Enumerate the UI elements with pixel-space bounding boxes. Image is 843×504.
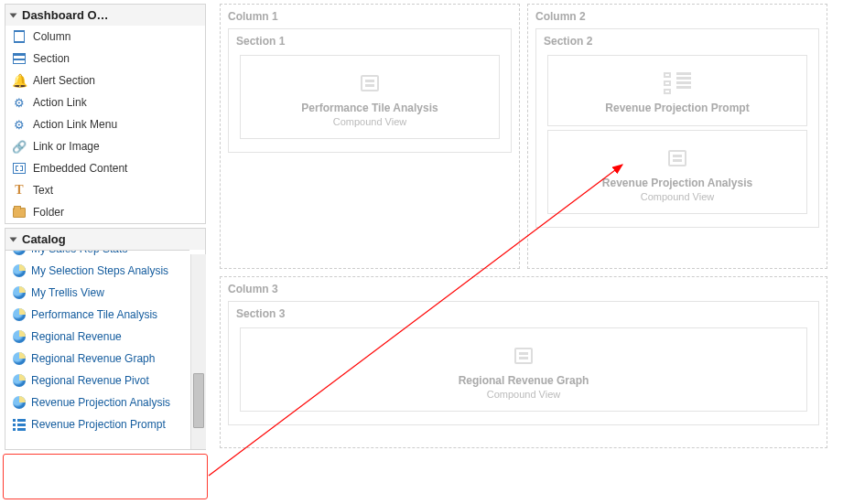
compound-view-icon <box>248 345 799 367</box>
panel-title: Dashboard O… <box>22 8 109 22</box>
analysis-icon <box>13 286 26 299</box>
catalog-item[interactable]: My Trellis View <box>5 282 189 304</box>
do-label: Column <box>33 30 70 43</box>
tile-subtitle: Compound View <box>248 116 492 127</box>
section-title: Section 3 <box>229 302 818 324</box>
collapse-icon <box>10 13 17 17</box>
layout-canvas: Column 1 Section 1 Performance Tile Anal… <box>220 4 833 448</box>
section-title: Section 1 <box>229 29 511 51</box>
analysis-tile[interactable]: Performance Tile Analysis Compound View <box>240 55 500 139</box>
analysis-icon <box>13 308 26 321</box>
do-item-folder[interactable]: Folder <box>5 201 205 223</box>
catalog-item[interactable]: Regional Revenue Pivot <box>5 370 189 391</box>
analysis-icon <box>13 250 26 255</box>
do-label: Embedded Content <box>33 162 127 175</box>
analysis-icon <box>13 374 26 387</box>
layout-column[interactable]: Column 2 Section 2 Revenue Projection Pr… <box>527 4 827 269</box>
embed-icon <box>13 162 26 175</box>
folder-icon <box>13 206 26 219</box>
link-icon: 🔗 <box>13 140 26 153</box>
catalog-item[interactable]: My Sales Rep Stats <box>5 250 189 260</box>
catalog-item[interactable]: Revenue Projection Prompt <box>5 413 189 435</box>
catalog-item-label: Regional Revenue Pivot <box>31 374 149 387</box>
catalog-panel: Catalog My Sales Rep Stats My Selection … <box>5 228 206 450</box>
text-icon: T <box>13 184 26 197</box>
tile-title: Regional Revenue Graph <box>248 374 799 387</box>
layout-column[interactable]: Column 1 Section 1 Performance Tile Anal… <box>220 4 520 269</box>
catalog-item-label: Performance Tile Analysis <box>31 308 157 321</box>
column-title: Column 2 <box>528 5 827 25</box>
do-label: Action Link <box>33 96 87 109</box>
catalog-item-label: Regional Revenue Graph <box>31 352 155 365</box>
panel-title: Catalog <box>22 232 66 246</box>
tile-subtitle: Compound View <box>248 389 799 400</box>
tile-title: Revenue Projection Prompt <box>556 102 799 114</box>
section-title: Section 2 <box>536 29 818 51</box>
layout-section[interactable]: Section 1 Performance Tile Analysis Comp… <box>228 28 512 153</box>
catalog-item-label: My Trellis View <box>31 286 104 299</box>
analysis-icon <box>13 352 26 365</box>
do-item-action-link-menu[interactable]: ⚙Action Link Menu <box>5 113 205 135</box>
scrollbar-thumb[interactable] <box>193 373 204 428</box>
dashboard-objects-panel: Dashboard O… Column Section 🔔Alert Secti… <box>5 4 206 224</box>
do-label: Folder <box>33 206 64 219</box>
catalog-item[interactable]: Regional Revenue <box>5 326 189 348</box>
do-item-link-or-image[interactable]: 🔗Link or Image <box>5 135 205 157</box>
do-item-column[interactable]: Column <box>5 26 205 48</box>
section-icon <box>13 52 26 65</box>
layout-section[interactable]: Section 2 Revenue Projection Prompt Reve… <box>535 28 819 228</box>
catalog-item-label: My Sales Rep Stats <box>31 250 127 255</box>
column-title: Column 3 <box>221 277 827 297</box>
prompt-tile[interactable]: Revenue Projection Prompt <box>547 55 807 126</box>
analysis-tile[interactable]: Revenue Projection Analysis Compound Vie… <box>547 130 807 214</box>
analysis-icon <box>13 396 26 409</box>
catalog-item[interactable]: Regional Revenue Graph <box>5 348 189 370</box>
catalog-item-label: My Selection Steps Analysis <box>31 264 168 277</box>
tile-title: Performance Tile Analysis <box>248 102 492 114</box>
action-link-menu-icon: ⚙ <box>13 118 26 131</box>
layout-column[interactable]: Column 3 Section 3 Regional Revenue Grap… <box>220 276 827 448</box>
compound-view-icon <box>248 72 492 94</box>
sidebar: Dashboard O… Column Section 🔔Alert Secti… <box>5 4 206 450</box>
tile-title: Revenue Projection Analysis <box>556 177 799 189</box>
do-item-text[interactable]: TText <box>5 179 205 201</box>
catalog-item-label: Regional Revenue <box>31 330 122 343</box>
column-icon <box>13 30 26 43</box>
collapse-icon <box>10 237 17 241</box>
column-title: Column 1 <box>221 5 519 25</box>
highlight-annotation <box>3 454 208 499</box>
catalog-scrollbar[interactable] <box>190 254 206 449</box>
tile-subtitle: Compound View <box>556 191 799 202</box>
do-item-section[interactable]: Section <box>5 48 205 70</box>
catalog-header[interactable]: Catalog <box>5 229 205 250</box>
do-label: Alert Section <box>33 74 95 87</box>
do-item-alert-section[interactable]: 🔔Alert Section <box>5 70 205 91</box>
compound-view-icon <box>556 147 799 169</box>
prompt-icon <box>556 72 799 94</box>
do-item-embedded-content[interactable]: Embedded Content <box>5 157 205 179</box>
analysis-icon <box>13 264 26 277</box>
bell-icon: 🔔 <box>13 74 26 87</box>
do-label: Action Link Menu <box>33 118 117 131</box>
do-label: Link or Image <box>33 140 100 153</box>
catalog-item-label: Revenue Projection Prompt <box>31 418 166 431</box>
layout-section[interactable]: Section 3 Regional Revenue Graph Compoun… <box>228 301 819 425</box>
analysis-icon <box>13 330 26 343</box>
dashboard-objects-header[interactable]: Dashboard O… <box>5 5 205 26</box>
do-label: Section <box>33 52 70 65</box>
do-item-action-link[interactable]: ⚙Action Link <box>5 91 205 113</box>
action-link-icon: ⚙ <box>13 96 26 109</box>
catalog-item-label: Revenue Projection Analysis <box>31 396 170 409</box>
analysis-tile[interactable]: Regional Revenue Graph Compound View <box>240 327 807 412</box>
catalog-item[interactable]: Performance Tile Analysis <box>5 304 189 326</box>
do-label: Text <box>33 184 53 197</box>
catalog-item[interactable]: My Selection Steps Analysis <box>5 260 189 282</box>
prompt-icon <box>13 418 26 431</box>
catalog-item[interactable]: Revenue Projection Analysis <box>5 391 189 413</box>
